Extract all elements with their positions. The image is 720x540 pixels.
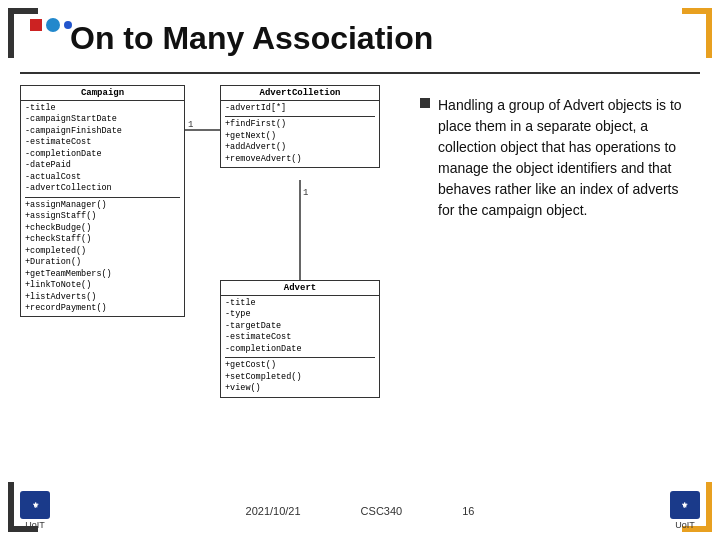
content-area: 1 1 Campaign -title -campaignStartDate -…	[20, 85, 700, 485]
advert-body: -title -type -targetDate -estimateCost -…	[221, 296, 379, 397]
bullet-text: Handling a group of Advert objects is to…	[438, 95, 695, 221]
footer-course: CSC340	[361, 505, 403, 517]
logo-circle	[46, 18, 60, 32]
advert-title: Advert	[221, 281, 379, 296]
bullet-item: Handling a group of Advert objects is to…	[420, 95, 695, 221]
title-divider	[20, 72, 700, 74]
slide-title: On to Many Association	[70, 20, 433, 57]
footer-logo-right-label: UoIT	[675, 520, 695, 530]
footer-logo-left: ⚜ UoIT	[20, 491, 50, 530]
svg-text:1: 1	[303, 188, 308, 198]
bracket-top-left	[8, 8, 38, 58]
logo-right-crest: ⚜	[681, 501, 688, 510]
bracket-top-right	[682, 8, 712, 58]
uml-diagram: 1 1 Campaign -title -campaignStartDate -…	[20, 85, 400, 485]
advert-collection-class-box: AdvertColletion -advertId[*] +findFirst(…	[220, 85, 380, 168]
logo-left-icon: ⚜	[20, 491, 50, 519]
campaign-title: Campaign	[21, 86, 184, 101]
advert-collection-title: AdvertColletion	[221, 86, 379, 101]
advert-collection-body: -advertId[*] +findFirst() +getNext() +ad…	[221, 101, 379, 167]
logo-icon	[30, 18, 72, 32]
footer: ⚜ UoIT 2021/10/21 CSC340 16 ⚜ UoIT	[20, 491, 700, 530]
campaign-class-box: Campaign -title -campaignStartDate -camp…	[20, 85, 185, 317]
logo-right-icon: ⚜	[670, 491, 700, 519]
footer-logo-right: ⚜ UoIT	[670, 491, 700, 530]
text-area: Handling a group of Advert objects is to…	[410, 85, 700, 485]
advert-class-box: Advert -title -type -targetDate -estimat…	[220, 280, 380, 398]
footer-page: 16	[462, 505, 474, 517]
logo-left-crest: ⚜	[32, 501, 39, 510]
logo-red-square	[30, 19, 42, 31]
bullet-icon	[420, 98, 430, 108]
svg-text:1: 1	[188, 120, 193, 130]
footer-date: 2021/10/21	[246, 505, 301, 517]
footer-logo-left-label: UoIT	[25, 520, 45, 530]
footer-center: 2021/10/21 CSC340 16	[246, 505, 475, 517]
campaign-body: -title -campaignStartDate -campaignFinis…	[21, 101, 184, 316]
